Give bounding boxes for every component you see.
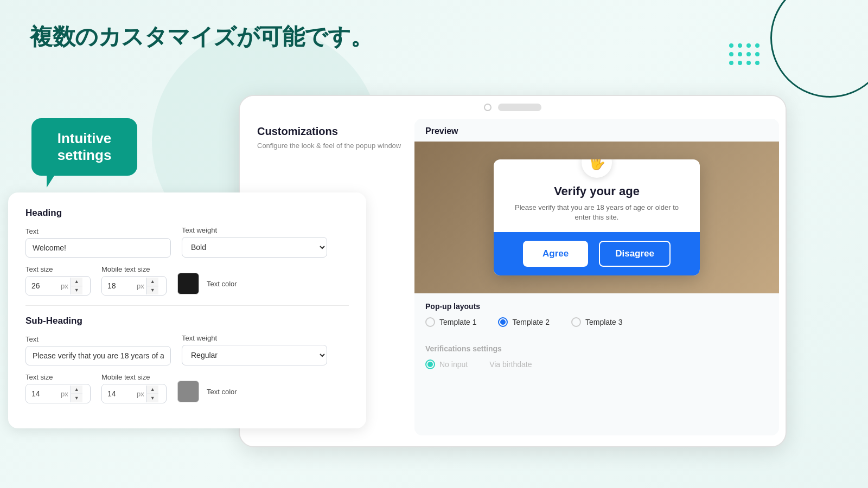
heading-size-input[interactable] [26,277,59,295]
age-verify-popup: 🖐 Verify your age Please verify that you… [494,159,700,275]
layout-label-1: Template 1 [439,318,476,326]
verification-title: Verifications settings [425,344,768,353]
layout-options: Template 1 Template 2 Template 3 [425,317,768,327]
heading-size-up[interactable]: ▲ [71,278,82,286]
subheading-section-title: Sub-Heading [25,316,349,326]
page-title: 複数のカスタマイズが可能です。 [30,22,373,52]
age-verify-container: 🖐 Verify your age Please verify that you… [414,142,779,293]
verification-label-2: Via birthdate [489,360,532,369]
tablet-top-bar [240,96,786,119]
customizations-card: Heading Text Text weight Bold Regular Li… [8,192,366,428]
heading-size-down[interactable]: ▼ [71,286,82,294]
section-divider [25,305,349,306]
heading-mobile-size-unit: px [135,282,146,290]
radio-template3[interactable] [571,317,581,327]
heading-size-unit: px [59,282,71,290]
heading-text-group: Text [25,227,171,258]
radio-no-input[interactable] [425,359,435,369]
radio-template1[interactable] [425,317,435,327]
disagree-button[interactable]: Disagree [599,241,671,267]
radio-no-input-inner [427,362,433,367]
age-verify-background: 🖐 Verify your age Please verify that you… [414,142,779,293]
popup-subtext: Please verify that you are 18 years of a… [511,203,682,222]
heading-mobile-size-label: Mobile text size [101,265,167,273]
subheading-mobile-size-input[interactable] [102,384,135,403]
layout-option-3[interactable]: Template 3 [571,317,622,327]
speech-bubble-text: Intuitivesettings [58,130,112,163]
radio-template2-inner [500,319,506,325]
subheading-size-arrows: ▲ ▼ [71,386,82,402]
subheading-size-group: Text size px ▲ ▼ [25,373,91,403]
verification-options: No input Via birthdate [425,359,768,369]
subheading-size-label: Text size [25,373,91,381]
tablet-speaker [498,104,541,111]
subheading-weight-group: Text weight Regular Bold Light [182,334,327,365]
popup-layouts-title: Pop-up layouts [425,302,768,311]
subheading-mobile-size-arrows: ▲ ▼ [146,386,158,402]
subheading-weight-label: Text weight [182,334,327,342]
heading-size-input-group: px ▲ ▼ [25,276,91,296]
preview-header: Preview [414,119,779,142]
subheading-color-swatch[interactable] [177,381,199,402]
heading-text-row: Text Text weight Bold Regular Light [25,226,349,258]
heading-text-input[interactable] [25,238,171,258]
subheading-size-up[interactable]: ▲ [71,386,82,394]
tablet-camera [484,104,492,111]
tablet-preview-panel: Preview 🖐 Verify your age Please verify … [414,119,779,435]
heading-color-group: Text color [177,273,237,294]
subheading-weight-select[interactable]: Regular Bold Light [182,345,327,365]
decorative-circle-outline [770,0,868,98]
subheading-color-group: Text color [177,381,237,402]
subheading-size-row: Text size px ▲ ▼ Mobile text size px ▲ [25,373,349,403]
subheading-text-label: Text [25,335,171,343]
heading-color-swatch[interactable] [177,273,199,294]
heading-mobile-size-group: Mobile text size px ▲ ▼ [101,265,167,296]
subheading-section: Sub-Heading Text Text weight Regular Bol… [25,316,349,403]
heading-mobile-size-down[interactable]: ▼ [147,286,158,294]
heading-size-row: Text size px ▲ ▼ Mobile text size px ▲ [25,265,349,296]
verification-option-2[interactable]: Via birthdate [489,360,532,369]
heading-size-group: Text size px ▲ ▼ [25,265,91,296]
heading-size-arrows: ▲ ▼ [71,278,82,294]
heading-text-label: Text [25,227,171,235]
popup-title: Verify your age [511,184,682,198]
subheading-mobile-size-unit: px [135,390,146,398]
subheading-text-group: Text [25,335,171,365]
hand-icon-circle: 🖐 [582,159,612,178]
tablet-customizations-title: Customizations [257,125,404,138]
layout-label-2: Template 2 [512,318,549,326]
heading-size-label: Text size [25,265,91,273]
layout-option-1[interactable]: Template 1 [425,317,476,327]
subheading-mobile-size-input-group: px ▲ ▼ [101,384,167,403]
verification-option-1[interactable]: No input [425,359,468,369]
heading-weight-select[interactable]: Bold Regular Light [182,237,327,258]
subheading-size-input[interactable] [26,384,59,403]
heading-mobile-size-input[interactable] [102,277,135,295]
subheading-text-input[interactable] [25,346,171,365]
heading-mobile-size-up[interactable]: ▲ [147,278,158,286]
heading-weight-group: Text weight Bold Regular Light [182,226,327,258]
subheading-size-input-group: px ▲ ▼ [25,384,91,403]
heading-weight-label: Text weight [182,226,327,234]
layout-option-2[interactable]: Template 2 [498,317,549,327]
heading-mobile-size-input-group: px ▲ ▼ [101,276,167,296]
verification-settings-section: Verifications settings No input Via birt… [414,336,779,369]
heading-color-label: Text color [207,280,237,288]
tablet-customizations-subtitle: Configure the look & feel of the popup w… [257,141,404,151]
popup-buttons: Agree Disagree [494,232,700,275]
subheading-mobile-size-up[interactable]: ▲ [147,386,158,394]
hand-icon: 🖐 [588,159,605,171]
subheading-size-down[interactable]: ▼ [71,394,82,402]
subheading-mobile-size-label: Mobile text size [101,373,167,381]
verification-label-1: No input [439,360,468,369]
speech-bubble: Intuitivesettings [31,118,137,176]
subheading-mobile-size-group: Mobile text size px ▲ ▼ [101,373,167,403]
heading-mobile-size-arrows: ▲ ▼ [146,278,158,294]
dot-grid [729,43,760,65]
heading-section-title: Heading [25,208,349,219]
radio-template2[interactable] [498,317,508,327]
heading-section: Heading Text Text weight Bold Regular Li… [25,208,349,296]
subheading-mobile-size-down[interactable]: ▼ [147,394,158,402]
subheading-text-row: Text Text weight Regular Bold Light [25,334,349,365]
agree-button[interactable]: Agree [523,241,588,267]
